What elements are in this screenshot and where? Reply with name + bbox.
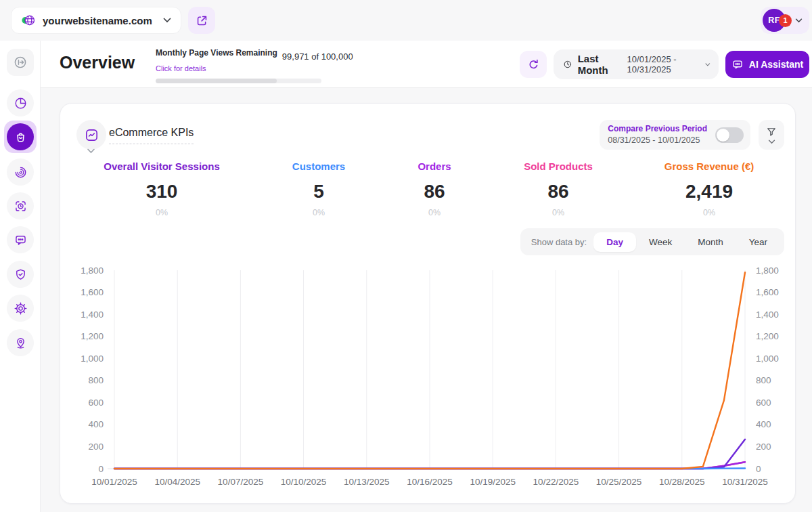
collapse-panel-icon <box>13 55 28 70</box>
kpi-row: Overall Visitor Sessions 310 0% Customer… <box>60 161 796 217</box>
date-preset-label: Last Month <box>578 53 619 76</box>
kpi-delta: 0% <box>374 208 495 217</box>
kpi-value: 86 <box>374 181 495 202</box>
sidebar-item-feedback-chat[interactable] <box>7 226 34 253</box>
svg-text:0: 0 <box>756 464 761 474</box>
svg-text:10/04/2025: 10/04/2025 <box>154 477 200 487</box>
kpi-label[interactable]: Overall Visitor Sessions <box>60 161 263 172</box>
kpi-orders: Orders 86 0% <box>374 161 495 217</box>
kpi-label[interactable]: Gross Revenue (€) <box>622 161 796 172</box>
kpi-delta: 0% <box>263 208 374 217</box>
svg-text:10/10/2025: 10/10/2025 <box>281 477 327 487</box>
toggle-knob <box>717 129 729 142</box>
filter-button[interactable] <box>759 120 784 150</box>
svg-text:10/25/2025: 10/25/2025 <box>596 477 642 487</box>
ecommerce-kpis-card: eCommerce KPIs Compare Previous Period 0… <box>60 103 796 504</box>
show-data-by-label: Show data by: <box>531 237 587 247</box>
website-selector[interactable]: yourwebsitename.com <box>11 7 181 34</box>
record-focus-icon <box>14 199 28 213</box>
svg-text:600: 600 <box>756 398 771 408</box>
date-range-picker[interactable]: Last Month 10/01/2025 - 10/31/2025 <box>554 49 719 79</box>
ai-chat-icon <box>731 58 744 70</box>
pageviews-quota: Monthly Page Views Remaining 99,971 of 1… <box>156 48 332 83</box>
svg-text:400: 400 <box>88 419 104 429</box>
sidebar-item-analytics-pie[interactable] <box>7 89 34 116</box>
compare-previous-period: Compare Previous Period 08/31/2025 - 10/… <box>600 120 750 150</box>
quota-label: Monthly Page Views Remaining <box>156 48 277 58</box>
line-chart-icon <box>84 127 99 143</box>
shopping-bag-icon <box>14 130 28 144</box>
show-data-by-control: Show data by: Day Week Month Year <box>520 228 784 255</box>
website-name: yourwebsitename.com <box>43 15 156 26</box>
segment-month[interactable]: Month <box>685 232 736 252</box>
sidebar <box>0 41 41 512</box>
sidebar-item-session-recording[interactable] <box>7 192 34 219</box>
chat-bubble-icon <box>14 233 28 247</box>
kpi-value: 310 <box>60 181 263 202</box>
svg-text:1,800: 1,800 <box>81 265 104 276</box>
quota-progress-fill <box>156 79 277 83</box>
gear-icon <box>14 301 28 316</box>
svg-text:600: 600 <box>88 398 104 408</box>
kpi-label[interactable]: Orders <box>374 161 495 172</box>
kpi-label[interactable]: Customers <box>263 161 374 172</box>
date-range-value: 10/01/2025 - 10/31/2025 <box>627 54 700 74</box>
card-title[interactable]: eCommerce KPIs <box>109 127 194 144</box>
open-website-button[interactable] <box>188 7 215 34</box>
ai-assistant-button[interactable]: AI Assistant <box>725 51 809 78</box>
sidebar-item-settings[interactable] <box>7 295 34 322</box>
widget-icon-badge[interactable] <box>76 120 106 150</box>
kpi-delta: 0% <box>495 208 622 217</box>
chevron-down-icon <box>705 62 710 67</box>
refresh-button[interactable] <box>520 51 547 78</box>
chevron-down-icon <box>163 18 171 23</box>
svg-text:1,000: 1,000 <box>756 354 779 364</box>
kpi-value: 86 <box>495 181 622 202</box>
account-menu[interactable]: RF 1 <box>761 7 809 34</box>
page-header: Overview Monthly Page Views Remaining 99… <box>41 41 812 88</box>
ai-assistant-label: AI Assistant <box>749 59 803 70</box>
widget-chevron-down-icon[interactable] <box>87 148 95 154</box>
sidebar-item-collapse-panel[interactable] <box>7 49 34 76</box>
sidebar-item-security-shield[interactable] <box>7 261 34 288</box>
spiral-icon <box>14 165 28 179</box>
svg-text:10/01/2025: 10/01/2025 <box>91 477 137 487</box>
compare-label: Compare Previous Period <box>608 123 707 134</box>
svg-text:200: 200 <box>756 442 771 452</box>
kpi-line-chart[interactable]: 10/01/202510/04/202510/07/202510/10/2025… <box>60 263 796 491</box>
page-title: Overview <box>60 53 135 72</box>
quota-value: 99,971 of 100,000 <box>282 51 353 62</box>
notification-badge: 1 <box>779 14 792 27</box>
svg-text:800: 800 <box>88 375 104 385</box>
shield-check-icon <box>14 268 28 282</box>
sidebar-item-local-seo[interactable] <box>7 329 34 356</box>
svg-text:10/13/2025: 10/13/2025 <box>344 477 390 487</box>
pie-chart-icon <box>14 96 28 110</box>
clock-icon <box>563 58 572 70</box>
sidebar-item-ecommerce[interactable] <box>4 121 37 153</box>
quota-details-link[interactable]: Click for details <box>156 64 206 72</box>
svg-text:400: 400 <box>756 419 771 429</box>
filter-funnel-icon <box>765 126 777 138</box>
segment-day[interactable]: Day <box>593 232 636 252</box>
segment-week[interactable]: Week <box>636 232 685 252</box>
chevron-down-icon <box>768 140 775 144</box>
kpi-delta: 0% <box>60 208 263 217</box>
external-link-icon <box>196 14 208 27</box>
kpi-label[interactable]: Sold Products <box>495 161 622 172</box>
svg-text:10/16/2025: 10/16/2025 <box>407 477 453 487</box>
svg-text:1,200: 1,200 <box>81 331 104 341</box>
svg-text:10/07/2025: 10/07/2025 <box>218 477 264 487</box>
svg-text:1,600: 1,600 <box>81 287 104 297</box>
svg-text:1,800: 1,800 <box>756 265 779 276</box>
svg-text:1,000: 1,000 <box>81 354 104 364</box>
segment-year[interactable]: Year <box>736 232 780 252</box>
map-pin-icon <box>14 336 28 350</box>
svg-text:10/19/2025: 10/19/2025 <box>470 477 516 487</box>
svg-text:800: 800 <box>756 375 771 385</box>
ecommerce-active-circle <box>7 123 34 150</box>
sidebar-item-conversion-funnel[interactable] <box>7 158 34 186</box>
compare-range: 08/31/2025 - 10/01/2025 <box>608 135 707 146</box>
globe-icon <box>21 13 36 28</box>
compare-toggle[interactable] <box>715 127 744 143</box>
